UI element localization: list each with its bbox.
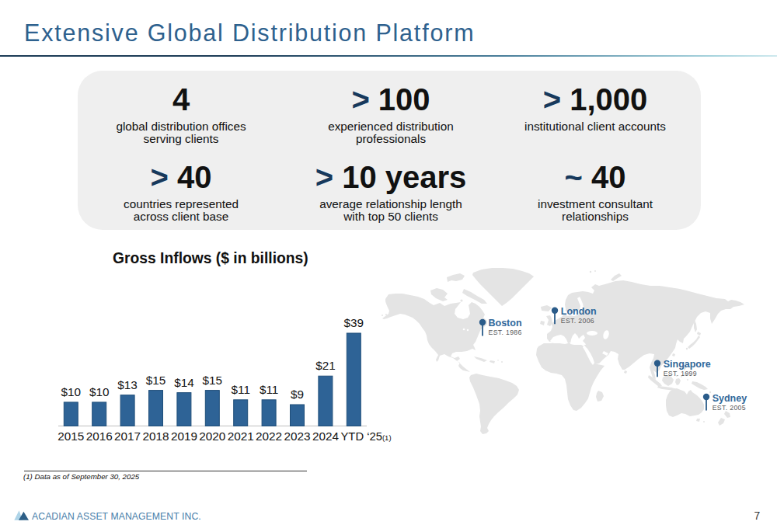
svg-text:2018: 2018 [142, 429, 169, 443]
svg-text:$39: $39 [344, 316, 364, 329]
svg-text:2020: 2020 [199, 429, 225, 443]
svg-text:2024: 2024 [312, 429, 340, 443]
svg-text:$21: $21 [315, 359, 336, 372]
svg-text:$14: $14 [174, 376, 194, 389]
svg-text:$15: $15 [146, 374, 166, 387]
svg-text:$10: $10 [61, 385, 82, 398]
svg-text:2021: 2021 [228, 429, 254, 443]
svg-text:$9: $9 [291, 388, 304, 401]
svg-text:2023: 2023 [284, 429, 310, 443]
svg-text:2016: 2016 [86, 429, 113, 443]
svg-text:2019: 2019 [171, 429, 197, 443]
svg-text:2022: 2022 [256, 429, 282, 443]
svg-text:$11: $11 [232, 383, 250, 396]
svg-text:$10: $10 [89, 385, 110, 398]
svg-text:2017: 2017 [114, 429, 141, 443]
svg-text:2015: 2015 [57, 429, 84, 443]
svg-text:$11: $11 [260, 383, 278, 396]
svg-text:$13: $13 [117, 378, 138, 391]
svg-text:$15: $15 [203, 374, 223, 387]
